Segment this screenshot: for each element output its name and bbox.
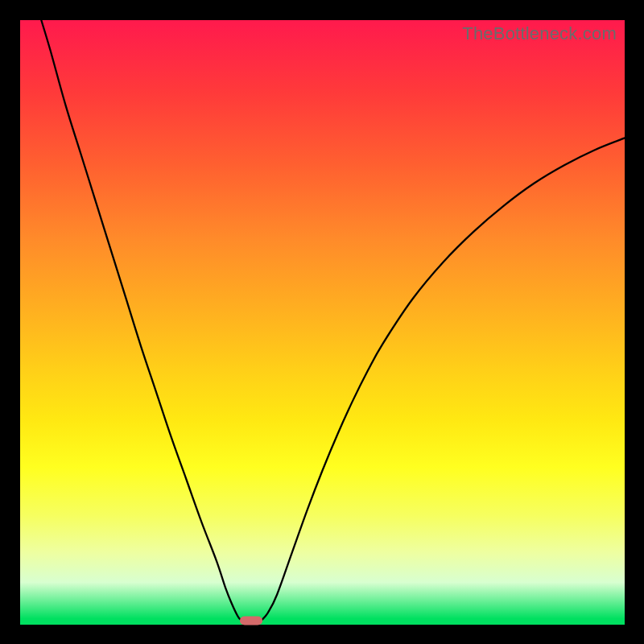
curve-svg [20,20,625,625]
bottleneck-marker [240,617,262,625]
curve-right [262,138,625,620]
plot-area: TheBottleneck.com [20,20,625,625]
chart-frame: TheBottleneck.com [0,0,644,644]
curve-left [41,20,241,620]
